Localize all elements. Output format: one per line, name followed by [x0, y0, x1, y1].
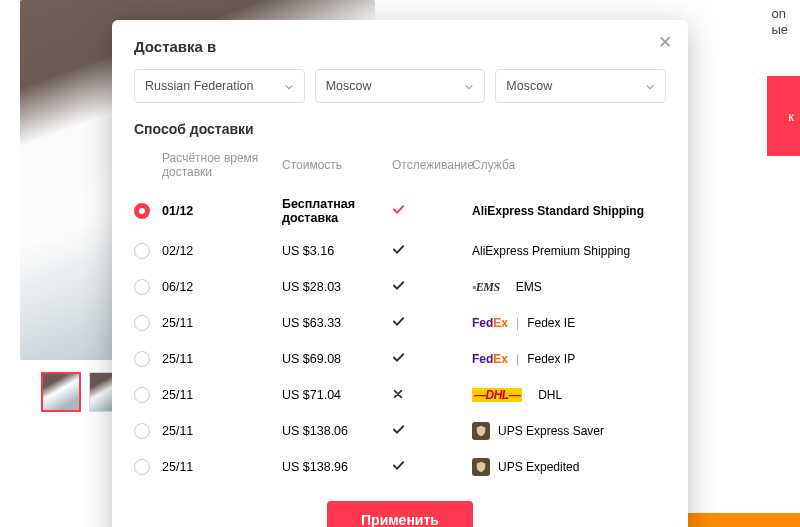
separator: |: [516, 352, 519, 366]
country-select[interactable]: Russian Federation: [134, 69, 305, 103]
service-name: Fedex IP: [527, 352, 575, 366]
shipping-method-title: Способ доставки: [134, 121, 666, 137]
shipping-option[interactable]: 25/11US $63.33FedEx|Fedex IE: [134, 305, 666, 341]
shipping-cost: US $3.16: [282, 244, 392, 258]
tracking-status: [392, 243, 472, 259]
shipping-cost: US $71.04: [282, 388, 392, 402]
tracking-status: [392, 351, 472, 367]
shipping-option[interactable]: 02/12US $3.16AliExpress Premium Shipping: [134, 233, 666, 269]
ups-logo: [472, 458, 490, 476]
ems-logo: ▪EMS: [472, 280, 500, 295]
service-name: UPS Express Saver: [498, 424, 604, 438]
shipping-cost: US $28.03: [282, 280, 392, 294]
location-selects: Russian Federation Moscow Moscow: [134, 69, 666, 103]
header-time: Расчётное время доставки: [162, 151, 282, 179]
header-cost: Стоимость: [282, 158, 392, 172]
service-name: AliExpress Premium Shipping: [472, 244, 630, 258]
tracking-status: [392, 423, 472, 439]
city-value: Moscow: [506, 79, 552, 93]
shipping-service: —DHL—DHL: [472, 388, 666, 402]
city-select[interactable]: Moscow: [495, 69, 666, 103]
header-service: Служба: [472, 158, 666, 172]
apply-button[interactable]: Применить: [327, 501, 473, 527]
shipping-modal: ✕ Доставка в Russian Federation Moscow M…: [112, 20, 688, 527]
service-name: AliExpress Standard Shipping: [472, 204, 644, 218]
chevron-down-icon: [464, 81, 474, 91]
check-icon: [392, 315, 405, 331]
service-name: UPS Expedited: [498, 460, 579, 474]
radio-button[interactable]: [134, 243, 150, 259]
service-name: Fedex IE: [527, 316, 575, 330]
radio-button[interactable]: [134, 351, 150, 367]
shipping-service: UPS Express Saver: [472, 422, 666, 440]
shipping-option[interactable]: 06/12US $28.03▪EMSEMS: [134, 269, 666, 305]
tracking-status: [392, 315, 472, 331]
radio-button[interactable]: [134, 423, 150, 439]
radio-button[interactable]: [134, 459, 150, 475]
modal-title: Доставка в: [134, 38, 666, 55]
delivery-date: 25/11: [162, 460, 282, 474]
shipping-service: FedEx|Fedex IP: [472, 352, 666, 366]
country-value: Russian Federation: [145, 79, 253, 93]
shipping-option[interactable]: 25/11US $138.06UPS Express Saver: [134, 413, 666, 449]
shipping-service: AliExpress Standard Shipping: [472, 204, 666, 218]
shipping-cost: US $69.08: [282, 352, 392, 366]
shipping-options-list: 01/12БесплатнаядоставкаAliExpress Standa…: [134, 189, 666, 485]
shipping-option[interactable]: 25/11US $69.08FedEx|Fedex IP: [134, 341, 666, 377]
radio-button[interactable]: [134, 203, 150, 219]
check-icon: [392, 351, 405, 367]
service-name: EMS: [516, 280, 542, 294]
chevron-down-icon: [645, 81, 655, 91]
shipping-option[interactable]: 01/12БесплатнаядоставкаAliExpress Standa…: [134, 189, 666, 233]
delivery-date: 25/11: [162, 352, 282, 366]
apply-wrap: Применить: [134, 501, 666, 527]
tracking-status: [392, 279, 472, 295]
check-icon: [392, 279, 405, 295]
region-select[interactable]: Moscow: [315, 69, 486, 103]
delivery-date: 25/11: [162, 424, 282, 438]
shipping-option[interactable]: 25/11US $71.04—DHL—DHL: [134, 377, 666, 413]
shipping-option[interactable]: 25/11US $138.96UPS Expedited: [134, 449, 666, 485]
chevron-down-icon: [284, 81, 294, 91]
header-tracking: Отслеживание: [392, 158, 472, 172]
tracking-status: [392, 203, 472, 219]
shipping-cost: US $63.33: [282, 316, 392, 330]
shipping-service: ▪EMSEMS: [472, 280, 666, 295]
tracking-status: [392, 459, 472, 475]
delivery-date: 25/11: [162, 316, 282, 330]
close-icon[interactable]: ✕: [658, 34, 672, 51]
fedex-logo: FedEx: [472, 352, 508, 366]
radio-button[interactable]: [134, 387, 150, 403]
shipping-cost: Бесплатнаядоставка: [282, 197, 392, 225]
service-name: DHL: [538, 388, 562, 402]
separator: |: [516, 316, 519, 330]
fedex-logo: FedEx: [472, 316, 508, 330]
shipping-cost: US $138.06: [282, 424, 392, 438]
check-icon: [392, 459, 405, 475]
delivery-date: 01/12: [162, 204, 282, 218]
shipping-service: UPS Expedited: [472, 458, 666, 476]
modal-overlay: ✕ Доставка в Russian Federation Moscow M…: [0, 0, 800, 527]
tracking-status: [392, 388, 472, 403]
shipping-service: FedEx|Fedex IE: [472, 316, 666, 330]
ups-logo: [472, 422, 490, 440]
delivery-date: 25/11: [162, 388, 282, 402]
table-header: Расчётное время доставки Стоимость Отсле…: [134, 145, 666, 189]
check-icon: [392, 203, 405, 219]
dhl-logo: —DHL—: [472, 388, 522, 402]
delivery-date: 02/12: [162, 244, 282, 258]
check-icon: [392, 423, 405, 439]
check-icon: [392, 243, 405, 259]
radio-button[interactable]: [134, 315, 150, 331]
cross-icon: [392, 388, 404, 403]
shipping-service: AliExpress Premium Shipping: [472, 244, 666, 258]
radio-button[interactable]: [134, 279, 150, 295]
region-value: Moscow: [326, 79, 372, 93]
shipping-cost: US $138.96: [282, 460, 392, 474]
delivery-date: 06/12: [162, 280, 282, 294]
